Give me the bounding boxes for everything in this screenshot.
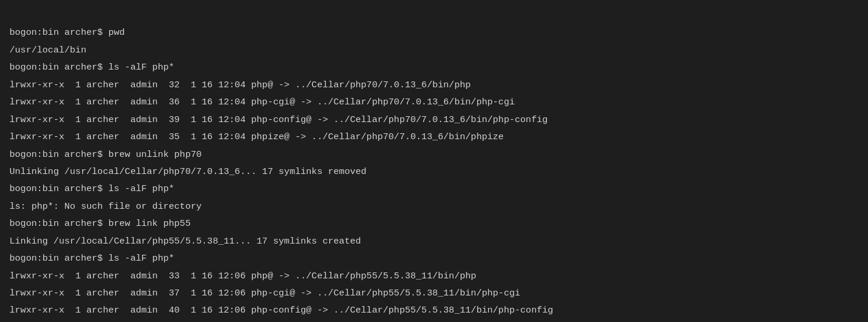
terminal-line: lrwxr-xr-x 1 archer admin 37 1 16 12:06 … <box>9 285 859 302</box>
terminal-window[interactable]: bogon:bin archer$ pwd/usr/local/binbogon… <box>0 0 868 322</box>
terminal-line: lrwxr-xr-x 1 archer admin 40 1 16 12:06 … <box>9 302 859 319</box>
terminal-line: lrwxr-xr-x 1 archer admin 36 1 16 12:04 … <box>9 94 859 111</box>
terminal-line: lrwxr-xr-x 1 archer admin 35 1 16 12:04 … <box>9 129 859 146</box>
terminal-line: bogon:bin archer$ ls -alF php* <box>9 59 859 76</box>
terminal-line: bogon:bin archer$ brew unlink php70 <box>9 146 859 163</box>
terminal-line: lrwxr-xr-x 1 archer admin 36 1 16 12:06 … <box>9 320 859 322</box>
terminal-line: lrwxr-xr-x 1 archer admin 39 1 16 12:04 … <box>9 111 859 129</box>
terminal-line: Unlinking /usr/local/Cellar/php70/7.0.13… <box>9 163 859 180</box>
terminal-line: ls: php*: No such file or directory <box>9 198 859 215</box>
terminal-line: lrwxr-xr-x 1 archer admin 33 1 16 12:06 … <box>9 268 859 285</box>
terminal-line: bogon:bin archer$ brew link php55 <box>9 215 859 232</box>
terminal-line: bogon:bin archer$ pwd <box>9 24 859 41</box>
terminal-line: lrwxr-xr-x 1 archer admin 32 1 16 12:04 … <box>9 77 859 94</box>
terminal-line: bogon:bin archer$ ls -alF php* <box>9 180 859 198</box>
terminal-line: Linking /usr/local/Cellar/php55/5.5.38_1… <box>9 233 859 250</box>
terminal-line: /usr/local/bin <box>9 42 859 59</box>
terminal-line: bogon:bin archer$ ls -alF php* <box>9 250 859 267</box>
